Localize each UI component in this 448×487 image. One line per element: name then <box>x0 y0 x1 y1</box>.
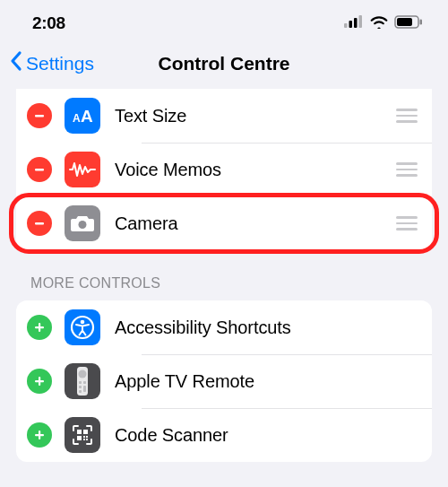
status-icons <box>344 14 423 32</box>
code-scanner-icon <box>65 417 100 453</box>
chevron-left-icon <box>9 50 23 76</box>
svg-rect-3 <box>359 15 363 28</box>
wifi-icon <box>369 14 389 32</box>
accessibility-icon <box>65 309 100 345</box>
add-button[interactable] <box>27 315 52 340</box>
remove-button[interactable] <box>27 211 52 236</box>
svg-rect-10 <box>35 169 44 170</box>
svg-rect-31 <box>83 436 85 438</box>
add-button[interactable] <box>27 422 52 448</box>
separator <box>142 354 432 355</box>
tv-remote-icon <box>65 363 100 399</box>
svg-rect-22 <box>83 381 86 384</box>
svg-rect-32 <box>86 436 88 438</box>
svg-rect-7 <box>35 115 44 117</box>
nav-bar: Settings Control Centre <box>0 43 448 89</box>
cellular-icon <box>344 15 364 31</box>
row-label: Text Size <box>115 106 394 126</box>
section-header: MORE CONTROLS <box>0 250 448 300</box>
svg-rect-0 <box>344 23 348 28</box>
remove-button[interactable] <box>27 103 52 128</box>
included-controls-group: A A Text Size Voice Memos <box>16 89 432 250</box>
svg-rect-25 <box>79 390 82 393</box>
svg-rect-1 <box>349 21 353 28</box>
svg-rect-5 <box>397 18 412 26</box>
list-item[interactable]: Code Scanner <box>16 408 432 462</box>
svg-point-16 <box>81 320 85 325</box>
list-item[interactable]: A A Text Size <box>16 89 432 143</box>
separator <box>142 143 432 143</box>
status-time: 2:08 <box>32 13 65 33</box>
svg-rect-34 <box>86 439 88 440</box>
svg-text:A: A <box>73 112 81 125</box>
row-label: Code Scanner <box>115 425 421 446</box>
svg-rect-18 <box>39 377 40 386</box>
svg-rect-24 <box>83 386 86 392</box>
svg-text:A: A <box>81 107 93 126</box>
separator <box>142 196 432 197</box>
svg-rect-21 <box>79 381 82 384</box>
row-label: Voice Memos <box>115 160 394 180</box>
svg-point-12 <box>79 221 87 229</box>
text-size-icon: A A <box>65 98 100 134</box>
voice-memos-icon <box>65 152 100 187</box>
add-button[interactable] <box>27 369 52 394</box>
page-title: Control Centre <box>159 53 290 74</box>
separator <box>142 408 432 409</box>
list-item[interactable]: Accessibility Shortcuts <box>16 300 432 354</box>
list-item[interactable]: Apple TV Remote <box>16 354 432 408</box>
battery-icon <box>394 15 423 32</box>
more-controls-group: Accessibility Shortcuts Apple TV Remote <box>16 300 432 462</box>
back-label: Settings <box>26 53 94 74</box>
row-label: Camera <box>115 213 394 234</box>
camera-icon <box>65 205 100 241</box>
row-label: Accessibility Shortcuts <box>115 317 421 338</box>
svg-rect-11 <box>35 222 44 224</box>
svg-rect-28 <box>77 430 82 434</box>
back-button[interactable]: Settings <box>9 50 94 76</box>
svg-rect-23 <box>79 386 82 388</box>
svg-rect-27 <box>39 430 40 439</box>
list-item[interactable]: Camera <box>16 196 432 250</box>
drag-handle-icon[interactable] <box>394 216 421 230</box>
svg-rect-14 <box>39 323 40 332</box>
drag-handle-icon[interactable] <box>394 162 421 177</box>
svg-rect-6 <box>420 19 423 24</box>
remove-button[interactable] <box>27 157 52 182</box>
svg-rect-33 <box>83 439 85 440</box>
list-item[interactable]: Voice Memos <box>16 143 432 196</box>
svg-rect-30 <box>77 436 82 440</box>
drag-handle-icon[interactable] <box>394 109 421 123</box>
svg-rect-2 <box>354 18 358 28</box>
svg-rect-29 <box>83 430 88 434</box>
svg-point-20 <box>79 370 87 378</box>
row-label: Apple TV Remote <box>115 371 421 392</box>
status-bar: 2:08 <box>0 0 448 43</box>
